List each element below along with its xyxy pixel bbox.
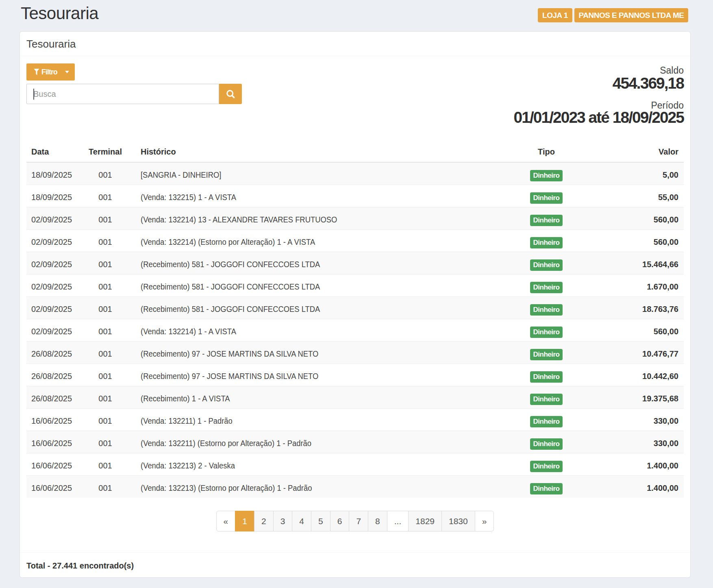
page-item: ... <box>387 511 409 531</box>
cell-terminal: 001 <box>75 185 136 207</box>
chevron-down-icon <box>65 71 69 73</box>
cell-data: 18/09/2025 <box>26 162 75 185</box>
cell-valor: 1.400,00 <box>570 476 684 498</box>
cell-valor: 18.763,76 <box>570 297 684 319</box>
cell-valor: 560,00 <box>570 230 684 252</box>
page-link[interactable]: 3 <box>273 511 293 531</box>
page-item: » <box>475 511 494 531</box>
cell-tipo: Dinheiro <box>523 319 570 342</box>
page-item: 4 <box>292 511 311 531</box>
cell-tipo: Dinheiro <box>523 476 570 498</box>
cell-tipo: Dinheiro <box>523 409 570 431</box>
cell-historico: (Venda: 132214) (Estorno por Alteração) … <box>136 230 523 252</box>
page-link[interactable]: 8 <box>368 511 387 531</box>
cell-tipo: Dinheiro <box>523 185 570 207</box>
cell-historico: (Venda: 132213) 2 - Valeska <box>136 453 523 476</box>
page-header: Tesouraria LOJA 1 PANNOS E PANNOS LTDA M… <box>20 0 690 32</box>
page-link[interactable]: 1830 <box>441 511 475 531</box>
cell-valor: 330,00 <box>570 431 684 453</box>
search-input-wrap <box>26 84 219 104</box>
column-header-valor: Valor <box>570 142 684 162</box>
tipo-badge: Dinheiro <box>530 327 563 338</box>
table-row: 02/09/2025 001 (Venda: 132214) 1 - A VIS… <box>26 319 684 342</box>
table-header-row: Data Terminal Histórico Tipo Valor <box>26 142 684 162</box>
cell-valor: 19.375,68 <box>570 386 684 409</box>
cell-terminal: 001 <box>75 409 136 431</box>
cell-data: 02/09/2025 <box>26 230 75 252</box>
column-header-terminal: Terminal <box>75 142 136 162</box>
cell-terminal: 001 <box>75 453 136 476</box>
cell-data: 26/08/2025 <box>26 364 75 386</box>
filter-button[interactable]: Filtro <box>26 63 75 81</box>
store-button[interactable]: LOJA 1 <box>538 8 572 22</box>
tipo-badge: Dinheiro <box>530 394 563 405</box>
toolbar: Filtro Saldo <box>26 63 684 142</box>
page-item: 1829 <box>408 511 442 531</box>
tipo-badge: Dinheiro <box>530 215 563 226</box>
table-row: 26/08/2025 001 (Recebimento) 97 - JOSE M… <box>26 342 684 364</box>
cell-historico: (Recebimento) 97 - JOSE MARTINS DA SILVA… <box>136 342 523 364</box>
page-title: Tesouraria <box>21 5 98 22</box>
table-head: Data Terminal Histórico Tipo Valor <box>26 142 684 162</box>
tipo-badge: Dinheiro <box>530 170 563 181</box>
search-button[interactable] <box>219 84 242 104</box>
cell-terminal: 001 <box>75 162 136 185</box>
cell-historico: (Venda: 132214) 1 - A VISTA <box>136 319 523 342</box>
page-link[interactable]: 6 <box>330 511 350 531</box>
table-row: 18/09/2025 001 [SANGRIA - DINHEIRO] Dinh… <box>26 162 684 185</box>
cell-terminal: 001 <box>75 476 136 498</box>
page-item: 8 <box>368 511 387 531</box>
cell-historico: (Venda: 132213) (Estorno por Alteração) … <box>136 476 523 498</box>
cell-data: 26/08/2025 <box>26 342 75 364</box>
cell-valor: 15.464,66 <box>570 252 684 274</box>
cell-valor: 560,00 <box>570 207 684 230</box>
company-button[interactable]: PANNOS E PANNOS LTDA ME <box>574 8 688 22</box>
page-item: 3 <box>273 511 293 531</box>
cell-terminal: 001 <box>75 342 136 364</box>
search-input[interactable] <box>26 84 219 104</box>
cell-tipo: Dinheiro <box>523 230 570 252</box>
cell-terminal: 001 <box>75 364 136 386</box>
page-link[interactable]: 7 <box>349 511 368 531</box>
cell-tipo: Dinheiro <box>523 252 570 274</box>
tipo-badge: Dinheiro <box>530 192 563 204</box>
cell-data: 18/09/2025 <box>26 185 75 207</box>
page-link[interactable]: 5 <box>311 511 330 531</box>
cell-data: 16/06/2025 <box>26 409 75 431</box>
page-item: 2 <box>254 511 274 531</box>
cell-tipo: Dinheiro <box>523 207 570 230</box>
summary: Saldo 454.369,18 Período 01/01/2023 até … <box>514 63 684 126</box>
cell-historico: [SANGRIA - DINHEIRO] <box>136 162 523 185</box>
page-link[interactable]: 1 <box>235 511 254 531</box>
column-header-historico: Histórico <box>136 142 523 162</box>
cell-valor: 10.476,77 <box>570 342 684 364</box>
column-header-data: Data <box>26 142 75 162</box>
page-link[interactable]: 1829 <box>408 511 442 531</box>
cell-historico: (Recebimento) 1 - A VISTA <box>136 386 523 409</box>
text-cursor <box>33 89 34 100</box>
cell-historico: (Recebimento) 581 - JOGGOFI CONFECCOES L… <box>136 252 523 274</box>
page-link[interactable]: » <box>475 511 494 531</box>
table-row: 26/08/2025 001 (Recebimento) 1 - A VISTA… <box>26 386 684 409</box>
tipo-badge: Dinheiro <box>530 416 563 427</box>
table-row: 02/09/2025 001 (Venda: 132214) (Estorno … <box>26 230 684 252</box>
page-link[interactable]: 2 <box>254 511 274 531</box>
cell-valor: 1.400,00 <box>570 453 684 476</box>
cell-historico: (Venda: 132211) (Estorno por Alteração) … <box>136 431 523 453</box>
cell-tipo: Dinheiro <box>523 342 570 364</box>
cell-data: 16/06/2025 <box>26 476 75 498</box>
page-link[interactable]: « <box>216 511 236 531</box>
tipo-badge: Dinheiro <box>530 438 563 450</box>
page-link[interactable]: ... <box>387 511 409 531</box>
cell-tipo: Dinheiro <box>523 297 570 319</box>
saldo-value: 454.369,18 <box>514 75 684 91</box>
cell-terminal: 001 <box>75 252 136 274</box>
table-row: 16/06/2025 001 (Venda: 132213) 2 - Vales… <box>26 453 684 476</box>
cell-data: 02/09/2025 <box>26 319 75 342</box>
page-item: 6 <box>330 511 350 531</box>
page-item: 5 <box>311 511 330 531</box>
cell-data: 02/09/2025 <box>26 252 75 274</box>
cell-data: 16/06/2025 <box>26 453 75 476</box>
page-link[interactable]: 4 <box>292 511 311 531</box>
cell-data: 02/09/2025 <box>26 297 75 319</box>
